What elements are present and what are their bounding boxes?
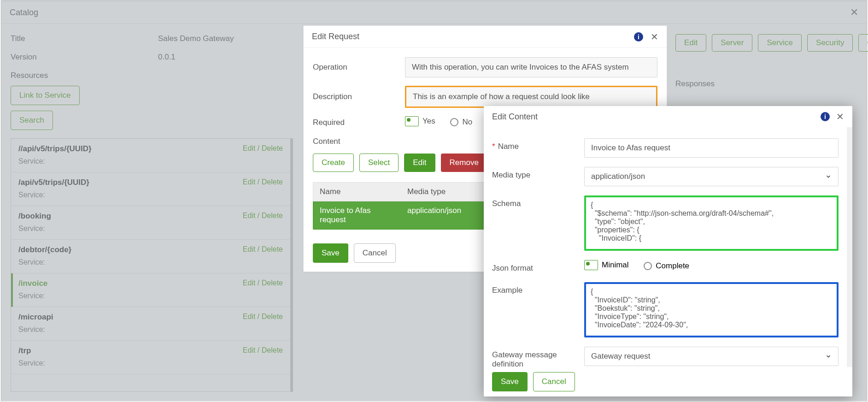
example-textarea[interactable]: { "InvoiceID": "string", "Boekstuk": "st… — [584, 282, 839, 337]
create-button[interactable]: Create — [313, 154, 354, 172]
title-value: Sales Demo Gateway — [158, 34, 234, 43]
resource-path: /trp — [18, 346, 31, 355]
resource-service-label: Service: — [18, 191, 283, 199]
search-button[interactable]: Search — [11, 111, 53, 130]
edit-content-close-icon[interactable]: ✕ — [836, 111, 844, 122]
name-label: Name — [498, 142, 519, 151]
resource-item[interactable]: /api/v5/trips/{UUID}Edit / DeleteService… — [11, 172, 290, 206]
edit-request-title: Edit Request — [312, 32, 634, 41]
resource-edit-delete[interactable]: Edit / Delete — [243, 178, 283, 187]
select-button[interactable]: Select — [359, 154, 399, 172]
resource-service-label: Service: — [18, 325, 283, 334]
resource-edit-delete[interactable]: Edit / Delete — [243, 346, 283, 355]
resource-edit-delete[interactable]: Edit / Delete — [243, 313, 283, 322]
required-star-icon: * — [492, 142, 495, 151]
resource-path: /api/v5/trips/{UUID} — [18, 178, 89, 187]
tab-contents[interactable]: Contents — [858, 34, 868, 52]
er-cancel-button[interactable]: Cancel — [354, 243, 396, 263]
catalog-title: Catalog — [10, 8, 850, 18]
version-value: 0.0.1 — [158, 53, 176, 62]
ec-cancel-button[interactable]: Cancel — [533, 372, 575, 391]
link-to-service-button[interactable]: Link to Service — [11, 86, 80, 105]
tab-edit[interactable]: Edit — [675, 34, 706, 52]
resource-path: /booking — [18, 212, 51, 221]
required-no-radio[interactable]: No — [450, 118, 472, 127]
tab-security[interactable]: Security — [807, 34, 853, 52]
resource-path: //api/v5/trips/{UUID} — [18, 144, 92, 154]
resource-service-label: Service: — [18, 258, 283, 266]
required-yes-radio[interactable]: Yes — [405, 116, 435, 126]
catalog-close-icon[interactable]: ✕ — [850, 6, 858, 18]
resource-service-label: Service: — [18, 225, 283, 233]
format-minimal-radio[interactable]: Minimal — [584, 260, 629, 270]
tab-service[interactable]: Service — [758, 34, 802, 52]
resource-item[interactable]: /bookingEdit / DeleteService: — [11, 206, 290, 240]
title-label: Title — [11, 34, 158, 43]
chevron-down-icon — [825, 353, 832, 360]
info-icon[interactable]: i — [821, 112, 830, 121]
resource-edit-delete[interactable]: Edit / Delete — [243, 245, 283, 254]
tab-server[interactable]: Server — [712, 34, 752, 52]
gateway-msg-label: Gateway messagedefinition — [492, 347, 584, 367]
description-label: Description — [313, 92, 405, 101]
resource-service-label: Service: — [18, 157, 283, 166]
edit-content-modal: Edit Content i ✕ *Name Invoice to Afas r… — [484, 106, 852, 396]
resource-edit-delete[interactable]: Edit / Delete — [243, 144, 283, 154]
ec-save-button[interactable]: Save — [492, 372, 528, 391]
media-type-select[interactable]: application/json — [584, 167, 839, 186]
er-save-button[interactable]: Save — [313, 243, 348, 263]
chevron-down-icon — [825, 173, 832, 180]
description-input[interactable]: This is an example of how a request coul… — [405, 86, 657, 108]
resource-item[interactable]: /invoiceEdit / DeleteService: — [11, 273, 290, 307]
example-label: Example — [492, 282, 584, 295]
required-label: Required — [313, 118, 405, 127]
operation-label: Operation — [313, 63, 405, 72]
catalog-left-column: Title Sales Demo Gateway Version 0.0.1 R… — [1, 24, 302, 402]
schema-textarea[interactable]: { "$schema": "http://json-schema.org/dra… — [584, 195, 839, 251]
resource-item[interactable]: /debtor/{code}Edit / DeleteService: — [11, 240, 290, 273]
resource-path: /microapi — [18, 313, 53, 322]
edit-button[interactable]: Edit — [404, 154, 435, 172]
resource-service-label: Service: — [18, 359, 283, 367]
name-input[interactable]: Invoice to Afas request — [584, 138, 839, 158]
gateway-msg-select[interactable]: Gateway request — [584, 347, 839, 366]
info-icon[interactable]: i — [634, 32, 643, 41]
col-name: Name — [313, 183, 401, 201]
edit-content-title: Edit Content — [492, 112, 821, 122]
resource-item[interactable]: /microapiEdit / DeleteService: — [11, 307, 290, 341]
resource-path: /debtor/{code} — [18, 245, 71, 254]
catalog-header: Catalog ✕ — [1, 1, 867, 24]
format-complete-radio[interactable]: Complete — [644, 261, 689, 271]
edit-request-close-icon[interactable]: ✕ — [651, 31, 658, 42]
resource-service-label: Service: — [18, 292, 283, 300]
resources-label: Resources — [11, 71, 293, 80]
schema-label: Schema — [492, 195, 584, 208]
media-type-label: Media type — [492, 167, 584, 180]
json-format-label: Json format — [492, 260, 584, 273]
resource-item[interactable]: //api/v5/trips/{UUID}Edit / DeleteServic… — [11, 139, 290, 172]
resource-path: /invoice — [18, 279, 47, 288]
responses-label: Responses — [675, 79, 857, 89]
resource-edit-delete[interactable]: Edit / Delete — [243, 279, 283, 288]
operation-value: With this operation, you can write Invoi… — [405, 57, 657, 77]
resource-edit-delete[interactable]: Edit / Delete — [243, 212, 283, 221]
version-label: Version — [11, 53, 158, 62]
resource-list[interactable]: //api/v5/trips/{UUID}Edit / DeleteServic… — [11, 138, 293, 392]
remove-button[interactable]: Remove — [441, 154, 487, 172]
resource-item[interactable]: /trpEdit / DeleteService: — [11, 341, 290, 374]
row-name: Invoice to Afas request — [313, 201, 401, 229]
